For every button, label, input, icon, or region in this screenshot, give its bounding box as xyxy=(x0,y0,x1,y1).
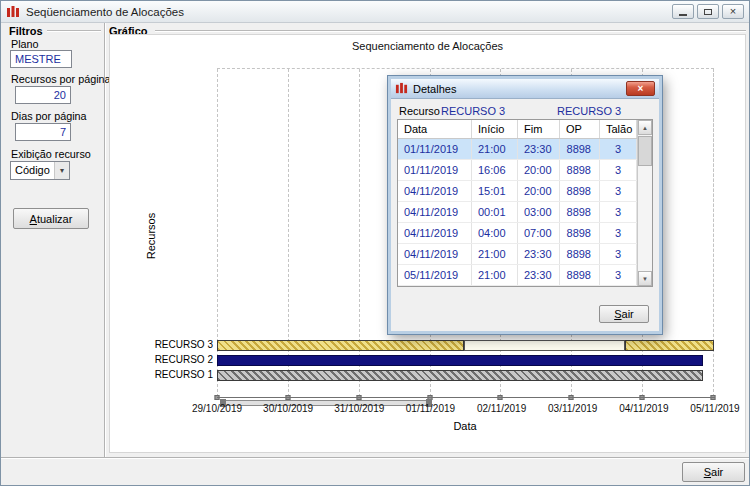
gantt-row: RECURSO 3 xyxy=(110,338,714,353)
detalhes-table: DataInícioFimOPTalão 01/11/201921:0023:3… xyxy=(397,119,653,287)
column-header: OP xyxy=(560,120,600,138)
table-cell: 8898 xyxy=(560,244,600,264)
plano-input[interactable] xyxy=(10,50,72,68)
plano-label: Plano xyxy=(11,38,39,50)
table-cell: 3 xyxy=(600,160,637,180)
scroll-up-button[interactable]: ▲ xyxy=(638,120,652,135)
detalhes-table-body: 01/11/201921:0023:308898301/11/201916:06… xyxy=(398,139,637,286)
scroll-up-icon: ▲ xyxy=(642,125,648,131)
scrollbar-thumb[interactable] xyxy=(638,136,652,166)
column-header: Talão xyxy=(600,120,637,138)
table-row[interactable]: 04/11/201904:0007:0088983 xyxy=(398,223,637,244)
dias-por-pagina-input[interactable] xyxy=(15,123,71,141)
x-axis-tick-label: 29/10/2019 xyxy=(192,403,242,414)
table-cell: 23:30 xyxy=(518,244,560,264)
sair-button-rest: air xyxy=(711,466,723,478)
x-axis-tick-label: 03/11/2019 xyxy=(548,403,597,414)
table-cell: 8898 xyxy=(560,160,600,180)
dias-por-pagina-label: Dias por página xyxy=(11,110,87,122)
detalhes-table-main: DataInícioFimOPTalão 01/11/201921:0023:3… xyxy=(398,120,637,286)
close-button[interactable]: × xyxy=(722,4,744,19)
gantt-bar-segment[interactable] xyxy=(217,370,703,381)
sair-button[interactable]: Sair xyxy=(682,462,745,482)
table-cell: 21:00 xyxy=(472,139,518,159)
table-cell: 15:01 xyxy=(472,181,518,201)
gantt-bar-area xyxy=(217,368,714,383)
recurso-value-2: RECURSO 3 xyxy=(557,105,621,117)
exibicao-recurso-value: Código xyxy=(11,162,54,179)
gantt-bar-segment[interactable] xyxy=(217,355,703,366)
x-tick-labels: 29/10/201930/10/201931/10/201901/11/2019… xyxy=(217,403,715,415)
x-axis-tick-label: 04/11/2019 xyxy=(619,403,668,414)
sair-button-accel: S xyxy=(704,466,711,478)
gantt-row-label: RECURSO 3 xyxy=(110,338,217,353)
recursos-por-pagina-input[interactable] xyxy=(15,86,71,104)
table-cell: 3 xyxy=(600,181,637,201)
gantt-bar-area xyxy=(217,353,714,368)
scroll-down-button[interactable]: ▼ xyxy=(638,271,652,286)
table-cell: 04/11/2019 xyxy=(398,202,472,222)
table-row[interactable]: 04/11/201900:0103:0088983 xyxy=(398,202,637,223)
dialog-sair-accel: S xyxy=(614,308,621,320)
table-cell: 21:00 xyxy=(472,265,518,285)
chart-title: Sequenciamento de Alocações xyxy=(110,40,745,52)
table-row[interactable]: 05/11/201921:0023:3088983 xyxy=(398,265,637,286)
table-cell: 07:00 xyxy=(518,223,560,243)
gantt-row: RECURSO 2 xyxy=(110,353,714,368)
table-cell: 8898 xyxy=(560,223,600,243)
filters-group-label: Filtros xyxy=(9,25,43,37)
table-cell: 04/11/2019 xyxy=(398,244,472,264)
table-cell: 01/11/2019 xyxy=(398,139,472,159)
table-row[interactable]: 01/11/201921:0023:3088983 xyxy=(398,139,637,160)
table-cell: 8898 xyxy=(560,181,600,201)
recurso-label: Recurso xyxy=(399,105,440,117)
column-header: Fim xyxy=(518,120,560,138)
table-cell: 8898 xyxy=(560,265,600,285)
table-cell: 3 xyxy=(600,244,637,264)
atualizar-button-accel: A xyxy=(30,213,37,225)
close-icon: × xyxy=(730,6,736,17)
table-cell: 05/11/2019 xyxy=(398,265,472,285)
dialog-sair-rest: air xyxy=(622,308,634,320)
scroll-down-icon: ▼ xyxy=(642,276,648,282)
maximize-button[interactable] xyxy=(697,4,719,19)
detalhes-table-header: DataInícioFimOPTalão xyxy=(398,120,637,139)
gantt-rows: RECURSO 3RECURSO 2RECURSO 1 xyxy=(110,338,714,383)
x-axis-label: Data xyxy=(453,420,476,432)
exibicao-recurso-select[interactable]: Código ▾ xyxy=(10,161,70,180)
gantt-row-label: RECURSO 2 xyxy=(110,353,217,368)
dialog-app-icon xyxy=(395,82,408,95)
grafico-group-line xyxy=(155,30,746,32)
column-header: Data xyxy=(398,120,472,138)
window-title: Seqüenciamento de Alocações xyxy=(26,6,669,18)
table-cell: 20:00 xyxy=(518,181,560,201)
table-cell: 3 xyxy=(600,139,637,159)
table-cell: 23:30 xyxy=(518,139,560,159)
table-row[interactable]: 04/11/201915:0120:0088983 xyxy=(398,181,637,202)
table-cell: 3 xyxy=(600,202,637,222)
gantt-bar-segment[interactable] xyxy=(464,340,625,351)
atualizar-button[interactable]: Atualizar xyxy=(13,208,89,229)
table-scrollbar[interactable]: ▲ ▼ xyxy=(637,120,652,286)
gantt-bar-area xyxy=(217,338,714,353)
chevron-down-icon: ▾ xyxy=(54,162,69,179)
recurso-value: RECURSO 3 xyxy=(441,105,505,117)
table-cell: 3 xyxy=(600,265,637,285)
dialog-sair-button[interactable]: Sair xyxy=(599,305,649,323)
table-row[interactable]: 01/11/201916:0620:0088983 xyxy=(398,160,637,181)
x-axis-tick-label: 05/11/2019 xyxy=(690,403,739,414)
table-row[interactable]: 04/11/201921:0023:3088983 xyxy=(398,244,637,265)
gantt-row-label: RECURSO 1 xyxy=(110,368,217,383)
table-cell: 03:00 xyxy=(518,202,560,222)
dialog-close-button[interactable]: × xyxy=(626,81,655,96)
minimize-button[interactable] xyxy=(672,4,694,19)
x-axis-tick-label: 01/11/2019 xyxy=(406,403,455,414)
x-axis-tick-label: 02/11/2019 xyxy=(477,403,526,414)
footer-separator xyxy=(1,457,750,459)
gantt-bar-segment[interactable] xyxy=(217,340,464,351)
gantt-bar-segment[interactable] xyxy=(625,340,714,351)
detalhes-dialog: Detalhes × Recurso RECURSO 3 RECURSO 3 D… xyxy=(388,76,662,334)
panel-separator xyxy=(104,23,106,457)
table-cell: 16:06 xyxy=(472,160,518,180)
atualizar-button-rest: tualizar xyxy=(37,213,72,225)
